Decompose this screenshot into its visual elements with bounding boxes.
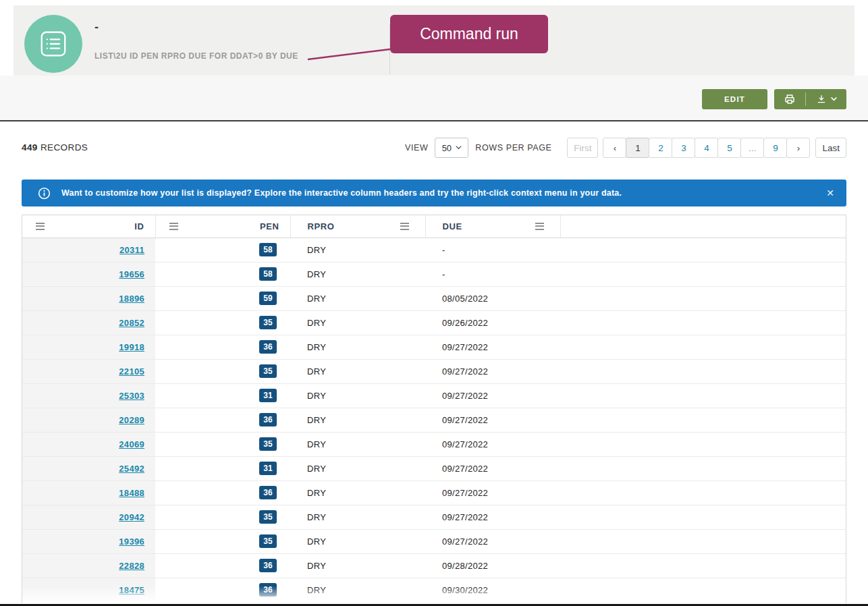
pen-badge: 31 bbox=[259, 462, 277, 475]
row-id-link[interactable]: 20942 bbox=[119, 512, 144, 522]
due-cell: 09/26/2022 bbox=[425, 310, 560, 335]
empty-cell bbox=[560, 359, 846, 383]
empty-cell bbox=[560, 529, 846, 553]
due-value: 09/27/2022 bbox=[442, 391, 488, 401]
rpro-cell: DRY bbox=[290, 359, 425, 383]
rpro-cell: DRY bbox=[290, 286, 425, 310]
row-id-link[interactable]: 19918 bbox=[119, 342, 144, 352]
pagination-page-9[interactable]: 9 bbox=[763, 138, 787, 158]
due-value: 09/27/2022 bbox=[442, 488, 488, 498]
hamburger-menu-icon[interactable] bbox=[36, 223, 45, 230]
pen-cell: 36 bbox=[155, 408, 290, 432]
table-row: 18488 36 DRY 09/27/2022 bbox=[22, 480, 846, 505]
download-icon bbox=[816, 94, 827, 105]
row-id-link[interactable]: 22105 bbox=[119, 366, 144, 377]
close-icon[interactable]: ✕ bbox=[826, 188, 834, 198]
print-button[interactable] bbox=[774, 89, 805, 109]
id-cell: 24069 bbox=[22, 432, 155, 456]
pagination-page-1[interactable]: 1 bbox=[626, 138, 649, 158]
report-avatar bbox=[24, 15, 82, 73]
pen-badge: 36 bbox=[259, 559, 277, 572]
due-cell: 09/30/2022 bbox=[425, 578, 560, 602]
row-id-link[interactable]: 25492 bbox=[119, 464, 144, 474]
empty-cell bbox=[560, 286, 846, 310]
pen-badge: 36 bbox=[259, 340, 277, 354]
pagination-page-2[interactable]: 2 bbox=[649, 138, 672, 158]
hamburger-menu-icon[interactable] bbox=[535, 223, 544, 230]
due-cell: - bbox=[425, 262, 560, 286]
pagination-page-4[interactable]: 4 bbox=[695, 138, 718, 158]
pen-badge: 36 bbox=[259, 413, 277, 426]
empty-cell bbox=[560, 408, 846, 432]
download-button[interactable] bbox=[806, 89, 846, 109]
pagination-page-3[interactable]: 3 bbox=[672, 138, 695, 158]
row-id-link[interactable]: 20289 bbox=[119, 415, 144, 425]
list-icon bbox=[38, 28, 69, 59]
row-id-link[interactable]: 20852 bbox=[119, 318, 144, 328]
pagination-prev[interactable]: ‹ bbox=[603, 138, 626, 158]
table-row: 19918 36 DRY 09/27/2022 bbox=[22, 335, 846, 359]
column-header-rpro[interactable]: RPRO bbox=[290, 215, 425, 238]
id-cell: 18896 bbox=[22, 286, 155, 310]
table-body: 20311 58 DRY - 19656 58 bbox=[22, 238, 846, 602]
row-id-link[interactable]: 18896 bbox=[119, 294, 144, 304]
rpro-value: DRY bbox=[307, 318, 326, 328]
id-cell: 19918 bbox=[22, 335, 155, 359]
pagination-page-5[interactable]: 5 bbox=[717, 138, 741, 158]
column-header-pen[interactable]: PEN bbox=[155, 215, 290, 238]
table-row: 25303 31 DRY 09/27/2022 bbox=[22, 383, 846, 408]
rpro-cell: DRY bbox=[290, 553, 425, 578]
row-id-link[interactable]: 18488 bbox=[119, 488, 144, 498]
export-button-group bbox=[774, 89, 846, 109]
id-cell: 18475 bbox=[22, 578, 155, 602]
hamburger-menu-icon[interactable] bbox=[400, 223, 409, 230]
pagination-first[interactable]: First bbox=[567, 138, 598, 158]
hamburger-menu-icon[interactable] bbox=[169, 223, 178, 230]
empty-cell bbox=[560, 383, 846, 408]
pen-badge: 35 bbox=[259, 510, 277, 524]
empty-cell bbox=[560, 553, 846, 578]
records-table: ID PEN RPRO bbox=[22, 215, 846, 603]
rpro-value: DRY bbox=[307, 415, 326, 425]
empty-cell bbox=[560, 310, 846, 335]
due-value: 09/27/2022 bbox=[442, 512, 488, 522]
table-row: 22828 36 DRY 09/28/2022 bbox=[22, 553, 846, 578]
column-header-due[interactable]: DUE bbox=[425, 215, 560, 238]
edit-button[interactable]: EDIT bbox=[702, 89, 767, 109]
pagination-last[interactable]: Last bbox=[815, 138, 846, 158]
pen-badge: 58 bbox=[259, 243, 277, 256]
rpro-cell: DRY bbox=[290, 505, 425, 529]
id-cell: 22105 bbox=[22, 359, 155, 383]
rpro-value: DRY bbox=[307, 512, 326, 522]
table-row: 25492 31 DRY 09/27/2022 bbox=[22, 456, 846, 480]
due-value: 09/27/2022 bbox=[442, 342, 488, 352]
annotation-callout: Command run bbox=[390, 15, 548, 53]
rpro-value: DRY bbox=[307, 391, 326, 401]
column-header-id[interactable]: ID bbox=[22, 215, 155, 238]
pagination-next[interactable]: › bbox=[786, 138, 810, 158]
row-id-link[interactable]: 25303 bbox=[119, 391, 144, 401]
due-cell: 09/27/2022 bbox=[425, 408, 560, 432]
rpro-cell: DRY bbox=[290, 529, 425, 553]
table-row: 19656 58 DRY - bbox=[22, 262, 846, 286]
table-header-row: ID PEN RPRO bbox=[22, 215, 846, 238]
row-id-link[interactable]: 20311 bbox=[119, 245, 144, 255]
row-id-link[interactable]: 19396 bbox=[119, 536, 144, 547]
table-row: 20942 35 DRY 09/27/2022 bbox=[22, 505, 846, 529]
row-id-link[interactable]: 18475 bbox=[119, 585, 144, 595]
column-label: ID bbox=[134, 221, 144, 231]
rpro-value: DRY bbox=[307, 488, 326, 498]
column-label: DUE bbox=[443, 221, 462, 231]
due-value: 09/26/2022 bbox=[442, 318, 488, 328]
row-id-link[interactable]: 22828 bbox=[119, 561, 144, 571]
row-id-link[interactable]: 24069 bbox=[119, 439, 144, 449]
page-size-select[interactable]: 50 bbox=[435, 138, 468, 158]
row-id-link[interactable]: 19656 bbox=[119, 269, 144, 279]
column-label: PEN bbox=[260, 221, 279, 231]
due-cell: 09/28/2022 bbox=[425, 553, 560, 578]
id-cell: 25303 bbox=[22, 383, 155, 408]
page-size-value: 50 bbox=[442, 143, 452, 153]
list-report-page: - LIST\2U ID PEN RPRO DUE FOR DDAT>0 BY … bbox=[0, 0, 868, 606]
pen-badge: 58 bbox=[259, 267, 277, 281]
id-cell: 18488 bbox=[22, 480, 155, 505]
